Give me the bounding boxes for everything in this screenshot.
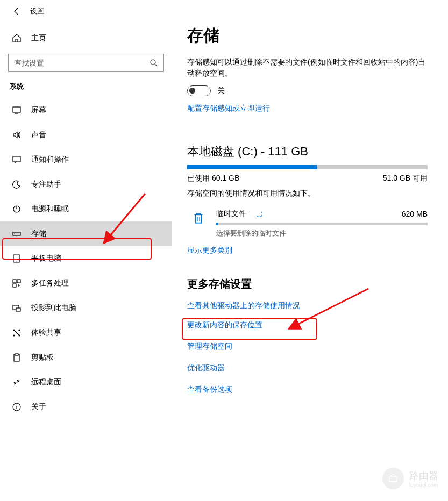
remote-icon: [12, 377, 22, 387]
temp-files-size: 620 MB: [402, 210, 428, 218]
link-change-save-location[interactable]: 更改新内容的保存位置: [187, 320, 428, 330]
back-icon[interactable]: [12, 7, 20, 16]
multitask-icon: [12, 278, 22, 288]
disk-usage-bar: [187, 165, 428, 169]
nav-label: 存储: [31, 229, 46, 239]
svg-rect-12: [16, 308, 20, 311]
svg-rect-8: [13, 280, 16, 283]
clipboard-icon: [12, 353, 22, 362]
svg-rect-4: [13, 232, 20, 235]
nav-label: 通知和操作: [31, 155, 69, 164]
nav-label: 电源和睡眠: [31, 204, 69, 214]
disk-title: 本地磁盘 (C:) - 111 GB: [187, 144, 428, 160]
storage-sense-toggle[interactable]: [187, 85, 211, 96]
link-backup-options[interactable]: 查看备份选项: [187, 385, 428, 395]
power-icon: [12, 204, 22, 214]
nav-focus-assist[interactable]: 专注助手: [0, 172, 172, 197]
sound-icon: [12, 130, 22, 140]
search-input[interactable]: [14, 59, 150, 67]
home-label: 主页: [31, 33, 46, 43]
search-icon: [150, 59, 158, 67]
watermark: 路由器 luyouqi.com: [382, 468, 438, 489]
nav-label: 远程桌面: [31, 377, 61, 387]
temp-files-subtitle: 选择要删除的临时文件: [216, 228, 428, 238]
svg-rect-2: [13, 156, 20, 162]
disk-description: 存储空间的使用情况和可用情况如下。: [187, 189, 428, 198]
link-optimize-drives[interactable]: 优化驱动器: [187, 363, 428, 373]
nav-label: 声音: [31, 130, 46, 140]
nav-label: 体验共享: [31, 328, 61, 338]
nav-projecting[interactable]: 投影到此电脑: [0, 296, 172, 320]
disk-free-label: 51.0 GB 可用: [383, 174, 428, 183]
nav-power-sleep[interactable]: 电源和睡眠: [0, 197, 172, 221]
nav-sound[interactable]: 声音: [0, 123, 172, 147]
trash-icon: [191, 211, 205, 225]
link-manage-storage[interactable]: 管理存储空间: [187, 342, 428, 352]
toggle-state-label: 关: [217, 86, 225, 96]
nav-display[interactable]: 屏幕: [0, 98, 172, 123]
project-icon: [12, 303, 22, 313]
moon-icon: [12, 180, 22, 189]
page-title: 存储: [187, 25, 428, 47]
nav-tablet[interactable]: 平板电脑: [0, 246, 172, 271]
display-icon: [12, 105, 22, 115]
svg-rect-21: [389, 476, 397, 481]
nav-about[interactable]: 关于: [0, 395, 172, 419]
nav-notifications[interactable]: 通知和操作: [0, 147, 172, 172]
nav-label: 平板电脑: [31, 254, 61, 263]
share-icon: [12, 328, 22, 338]
temp-files-bar: [216, 223, 428, 225]
window-title: 设置: [30, 6, 44, 16]
watermark-sub: luyouqi.com: [409, 482, 438, 488]
disk-used-label: 已使用 60.1 GB: [187, 174, 239, 183]
svg-rect-1: [13, 107, 20, 112]
nav-label: 投影到此电脑: [31, 303, 76, 313]
nav-clipboard[interactable]: 剪贴板: [0, 345, 172, 370]
nav-label: 屏幕: [31, 105, 46, 115]
svg-point-7: [16, 261, 17, 261]
nav-label: 专注助手: [31, 180, 61, 189]
nav-label: 多任务处理: [31, 278, 69, 288]
nav-label: 关于: [31, 402, 46, 412]
configure-storage-sense-link[interactable]: 配置存储感知或立即运行: [187, 104, 428, 113]
svg-rect-18: [15, 354, 18, 355]
loading-spinner-icon: [256, 211, 262, 217]
nav-multitasking[interactable]: 多任务处理: [0, 271, 172, 296]
nav-storage[interactable]: 存储: [0, 221, 172, 246]
show-more-categories-link[interactable]: 显示更多类别: [187, 246, 428, 255]
tablet-icon: [12, 254, 22, 263]
nav-remote-desktop[interactable]: 远程桌面: [0, 370, 172, 395]
storage-icon: [12, 229, 22, 239]
svg-point-20: [16, 405, 17, 406]
svg-rect-9: [17, 280, 20, 283]
section-label: 系统: [0, 82, 172, 98]
svg-rect-10: [13, 284, 16, 287]
info-icon: [12, 402, 22, 412]
temp-files-title: 临时文件: [216, 209, 246, 218]
nav-shared-experiences[interactable]: 体验共享: [0, 320, 172, 345]
nav-label: 剪贴板: [31, 353, 54, 362]
svg-point-5: [14, 233, 15, 234]
storage-sense-description: 存储感知可以通过删除不需要的文件(例如临时文件和回收站中的内容)自动释放空间。: [187, 56, 428, 79]
watermark-text: 路由器: [409, 469, 438, 482]
notification-icon: [12, 155, 22, 164]
more-storage-heading: 更多存储设置: [187, 277, 428, 291]
link-other-drives[interactable]: 查看其他驱动器上的存储使用情况: [187, 301, 428, 311]
svg-point-0: [151, 60, 155, 65]
watermark-icon: [382, 468, 404, 489]
home-button[interactable]: 主页: [0, 28, 172, 48]
home-icon: [12, 33, 22, 43]
storage-category-temp-files[interactable]: 临时文件 620 MB 选择要删除的临时文件: [187, 207, 428, 246]
search-input-container[interactable]: [8, 54, 164, 72]
